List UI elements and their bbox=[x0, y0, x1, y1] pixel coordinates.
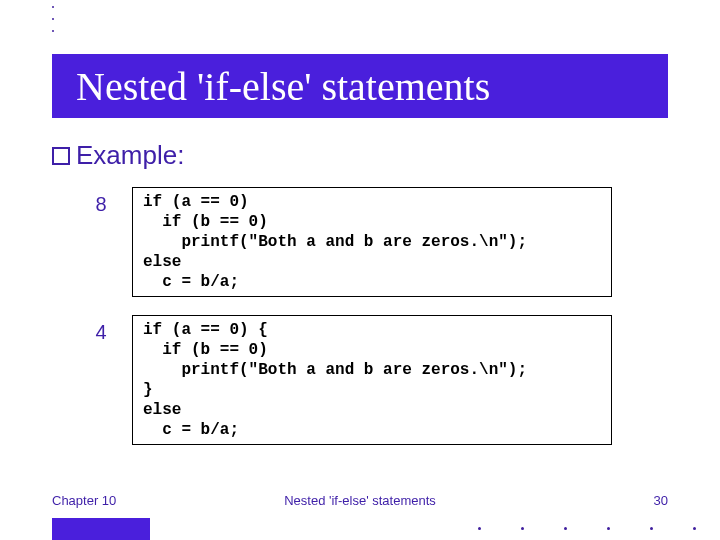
code-box-1: if (a == 0) if (b == 0) printf("Both a a… bbox=[132, 187, 612, 297]
corner-dots bbox=[52, 6, 54, 32]
bullet-example-label: Example: bbox=[76, 140, 184, 171]
code-row-1: 8 if (a == 0) if (b == 0) printf("Both a… bbox=[90, 187, 668, 297]
code-box-2: if (a == 0) { if (b == 0) printf("Both a… bbox=[132, 315, 612, 445]
slide: Nested 'if-else' statements Example: 8 i… bbox=[0, 0, 720, 540]
bullet-example: Example: bbox=[52, 140, 668, 171]
slide-title: Nested 'if-else' statements bbox=[76, 63, 490, 110]
square-bullet-icon bbox=[52, 147, 70, 165]
bottom-right-dots bbox=[478, 527, 696, 530]
footer-left: Chapter 10 bbox=[52, 493, 116, 508]
footer-right: 30 bbox=[654, 493, 668, 508]
code-row-2: 4 if (a == 0) { if (b == 0) printf("Both… bbox=[90, 315, 668, 445]
body-area: Example: 8 if (a == 0) if (b == 0) print… bbox=[52, 140, 668, 463]
row-bullet-1: 8 bbox=[90, 187, 112, 216]
row-bullet-2: 4 bbox=[90, 315, 112, 344]
bottom-left-block bbox=[52, 518, 150, 540]
title-bar: Nested 'if-else' statements bbox=[52, 54, 668, 118]
footer: Chapter 10 Nested 'if-else' statements 3… bbox=[52, 493, 668, 508]
footer-center: Nested 'if-else' statements bbox=[284, 493, 436, 508]
